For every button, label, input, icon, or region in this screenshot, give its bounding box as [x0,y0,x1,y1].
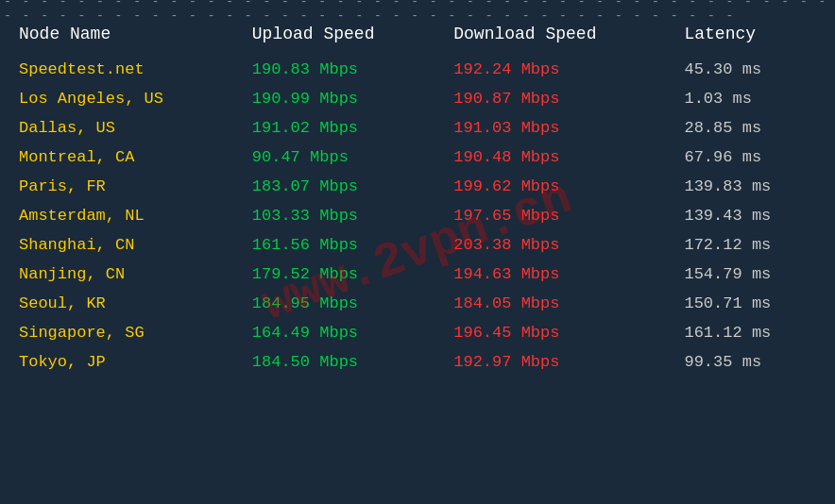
table-row: Singapore, SG164.49 Mbps196.45 Mbps161.1… [9,318,826,347]
cell-node: Seoul, KR [9,289,243,318]
cell-download: 184.05 Mbps [444,289,674,318]
table-row: Nanjing, CN179.52 Mbps194.63 Mbps154.79 … [9,260,826,289]
cell-download: 199.62 Mbps [444,172,674,201]
header-node: Node Name [9,17,243,55]
cell-upload: 183.07 Mbps [243,172,444,201]
table-row: Shanghai, CN161.56 Mbps203.38 Mbps172.12… [9,230,826,260]
cell-download: 192.97 Mbps [444,347,674,377]
cell-upload: 161.56 Mbps [243,230,444,260]
header-latency: Latency [674,17,826,55]
cell-node: Paris, FR [9,172,243,201]
cell-upload: 190.83 Mbps [243,55,444,84]
table-row: Tokyo, JP184.50 Mbps192.97 Mbps99.35 ms [9,347,826,377]
cell-latency: 45.30 ms [674,55,826,84]
cell-download: 190.48 Mbps [444,143,674,172]
header-download: Download Speed [444,17,674,55]
cell-latency: 1.03 ms [674,84,826,113]
table-row: Seoul, KR184.95 Mbps184.05 Mbps150.71 ms [9,289,826,318]
cell-node: Amsterdam, NL [9,201,243,230]
cell-download: 190.87 Mbps [444,84,674,113]
table-row: Los Angeles, US190.99 Mbps190.87 Mbps1.0… [9,84,826,113]
cell-download: 192.24 Mbps [444,55,674,84]
table-row: Amsterdam, NL103.33 Mbps197.65 Mbps139.4… [9,201,826,230]
cell-upload: 184.95 Mbps [243,289,444,318]
cell-latency: 28.85 ms [674,113,826,143]
cell-download: 203.38 Mbps [444,230,674,260]
cell-node: Montreal, CA [9,143,243,172]
cell-latency: 67.96 ms [674,143,826,172]
cell-node: Shanghai, CN [9,230,243,260]
cell-latency: 150.71 ms [674,289,826,318]
cell-node: Speedtest.net [9,55,243,84]
table-row: Dallas, US191.02 Mbps191.03 Mbps28.85 ms [9,113,826,143]
cell-latency: 161.12 ms [674,318,826,347]
cell-node: Nanjing, CN [9,260,243,289]
table-container: Node Name Upload Speed Download Speed La… [0,17,835,377]
cell-download: 191.03 Mbps [444,113,674,143]
cell-upload: 184.50 Mbps [243,347,444,377]
top-border: - - - - - - - - - - - - - - - - - - - - … [0,0,835,17]
cell-latency: 99.35 ms [674,347,826,377]
border-dashes: - - - - - - - - - - - - - - - - - - - - … [4,0,831,17]
cell-latency: 139.83 ms [674,172,826,201]
table-row: Paris, FR183.07 Mbps199.62 Mbps139.83 ms [9,172,826,201]
speed-table: Node Name Upload Speed Download Speed La… [9,17,826,377]
table-header-row: Node Name Upload Speed Download Speed La… [9,17,826,55]
cell-upload: 164.49 Mbps [243,318,444,347]
cell-latency: 172.12 ms [674,230,826,260]
cell-upload: 191.02 Mbps [243,113,444,143]
cell-node: Los Angeles, US [9,84,243,113]
cell-upload: 179.52 Mbps [243,260,444,289]
cell-download: 194.63 Mbps [444,260,674,289]
header-upload: Upload Speed [243,17,444,55]
cell-latency: 154.79 ms [674,260,826,289]
cell-download: 196.45 Mbps [444,318,674,347]
cell-upload: 90.47 Mbps [243,143,444,172]
cell-latency: 139.43 ms [674,201,826,230]
table-row: Speedtest.net190.83 Mbps192.24 Mbps45.30… [9,55,826,84]
cell-node: Singapore, SG [9,318,243,347]
cell-upload: 190.99 Mbps [243,84,444,113]
table-row: Montreal, CA90.47 Mbps190.48 Mbps67.96 m… [9,143,826,172]
cell-node: Tokyo, JP [9,347,243,377]
cell-node: Dallas, US [9,113,243,143]
cell-download: 197.65 Mbps [444,201,674,230]
cell-upload: 103.33 Mbps [243,201,444,230]
